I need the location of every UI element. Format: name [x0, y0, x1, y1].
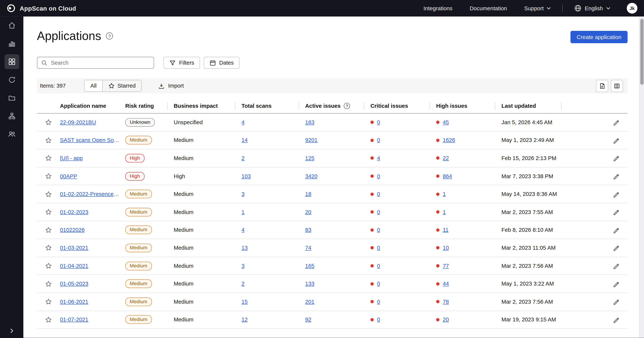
sidebar-item-applications[interactable]: [4, 54, 19, 69]
star-button[interactable]: [44, 208, 52, 216]
active-issues-link[interactable]: 3420: [305, 173, 318, 179]
edit-button[interactable]: [612, 154, 620, 162]
total-scans-link[interactable]: 4: [242, 227, 245, 233]
star-button[interactable]: [44, 118, 52, 126]
export-report-button[interactable]: [596, 80, 608, 92]
edit-button[interactable]: [612, 298, 620, 306]
edit-button[interactable]: [612, 262, 620, 270]
star-button[interactable]: [44, 190, 52, 198]
total-scans-link[interactable]: 13: [242, 245, 248, 251]
dates-button[interactable]: Dates: [204, 57, 239, 69]
star-button[interactable]: [44, 262, 52, 270]
search-input[interactable]: [51, 60, 150, 66]
edit-button[interactable]: [612, 136, 620, 144]
total-scans-link[interactable]: 15: [242, 299, 248, 305]
sidebar-expand-button[interactable]: [0, 328, 24, 334]
active-issues-link[interactable]: 133: [305, 281, 314, 287]
app-name-link[interactable]: 01-02-2023: [60, 209, 88, 215]
star-button[interactable]: [44, 280, 52, 288]
nav-support[interactable]: Support: [524, 5, 550, 11]
active-issues-link[interactable]: 83: [305, 227, 311, 233]
edit-button[interactable]: [612, 190, 620, 198]
critical-issues-link[interactable]: 0: [377, 209, 380, 215]
active-issues-link[interactable]: 92: [305, 316, 311, 323]
high-issues-link[interactable]: 11: [443, 227, 448, 233]
header-total-scans[interactable]: Total scans: [235, 99, 298, 113]
total-scans-link[interactable]: 3: [242, 263, 245, 269]
total-scans-link[interactable]: 2: [242, 281, 245, 287]
edit-button[interactable]: [612, 280, 620, 288]
app-name-link[interactable]: [UI] - app: [60, 155, 83, 161]
critical-issues-link[interactable]: 0: [377, 137, 380, 143]
star-button[interactable]: [44, 136, 52, 144]
header-active-issues[interactable]: Active issues ?: [298, 99, 364, 113]
avatar[interactable]: Jk: [627, 3, 637, 14]
import-button[interactable]: Import: [158, 83, 184, 89]
header-business-impact[interactable]: Business impact: [167, 99, 235, 113]
active-issues-link[interactable]: 201: [305, 299, 314, 305]
high-issues-link[interactable]: 864: [443, 173, 452, 179]
sidebar-item-scans[interactable]: [4, 72, 19, 87]
app-name-link[interactable]: 01-06-2021: [60, 299, 88, 305]
critical-issues-link[interactable]: 0: [377, 227, 380, 233]
star-button[interactable]: [44, 154, 52, 162]
critical-issues-link[interactable]: 0: [377, 245, 380, 251]
total-scans-link[interactable]: 4: [242, 119, 245, 125]
critical-issues-link[interactable]: 0: [377, 316, 380, 323]
high-issues-link[interactable]: 77: [443, 263, 449, 269]
critical-issues-link[interactable]: 0: [377, 263, 380, 269]
vertical-scrollbar[interactable]: [639, 17, 644, 338]
app-name-link[interactable]: 01022026: [60, 227, 84, 233]
active-issues-link[interactable]: 18: [305, 191, 311, 197]
critical-issues-link[interactable]: 0: [377, 191, 380, 197]
high-issues-link[interactable]: 44: [443, 281, 449, 287]
star-button[interactable]: [44, 226, 52, 234]
app-name-link[interactable]: 01-04-2021: [60, 263, 88, 269]
column-settings-button[interactable]: [611, 80, 623, 92]
edit-button[interactable]: [612, 172, 620, 180]
total-scans-link[interactable]: 103: [242, 173, 251, 179]
edit-button[interactable]: [612, 208, 620, 216]
edit-button[interactable]: [612, 315, 620, 324]
total-scans-link[interactable]: 3: [242, 191, 245, 197]
high-issues-link[interactable]: 1626: [443, 137, 455, 143]
star-button[interactable]: [44, 172, 52, 180]
total-scans-link[interactable]: 1: [242, 209, 245, 215]
total-scans-link[interactable]: 2: [242, 155, 245, 161]
high-issues-link[interactable]: 1: [443, 191, 446, 197]
star-button[interactable]: [44, 315, 52, 324]
active-issues-link[interactable]: 163: [305, 119, 314, 125]
edit-button[interactable]: [612, 226, 620, 234]
critical-issues-link[interactable]: 0: [377, 173, 380, 179]
critical-issues-link[interactable]: 0: [377, 119, 380, 125]
header-last-updated[interactable]: Last updated: [495, 99, 561, 113]
nav-documentation[interactable]: Documentation: [470, 5, 507, 11]
high-issues-link[interactable]: 20: [443, 316, 449, 323]
page-help-icon[interactable]: ?: [106, 33, 113, 39]
critical-issues-link[interactable]: 0: [377, 299, 380, 305]
header-risk-rating[interactable]: Risk rating: [125, 99, 167, 113]
star-button[interactable]: [44, 244, 52, 252]
active-issues-link[interactable]: 74: [305, 245, 311, 251]
app-name-link[interactable]: 22-09-2021BU: [60, 119, 96, 125]
app-name-link[interactable]: 01-03-2021: [60, 245, 88, 251]
sidebar-item-projects[interactable]: [4, 91, 19, 105]
app-name-link[interactable]: SAST scans Open Source: [60, 137, 122, 143]
edit-button[interactable]: [612, 244, 620, 252]
sidebar-item-components[interactable]: [4, 109, 19, 123]
sidebar-item-dashboards[interactable]: [4, 36, 19, 51]
high-issues-link[interactable]: 22: [443, 155, 449, 161]
header-critical-issues[interactable]: Critical issues: [364, 99, 430, 113]
filters-button[interactable]: Filters: [164, 57, 200, 69]
create-application-button[interactable]: Create application: [570, 31, 628, 43]
header-high-issues[interactable]: High issues: [430, 99, 495, 113]
edit-button[interactable]: [612, 118, 620, 126]
high-issues-link[interactable]: 1: [443, 209, 446, 215]
app-name-link[interactable]: 01-07-2021: [60, 316, 88, 323]
filter-all-button[interactable]: All: [84, 80, 102, 91]
app-name-link[interactable]: 01-05-2023: [60, 281, 88, 287]
high-issues-link[interactable]: 10: [443, 245, 449, 251]
app-name-link[interactable]: 01-02-2022-PresenceV2 t: [60, 191, 122, 197]
active-issues-link[interactable]: 9201: [305, 137, 318, 143]
active-issues-link[interactable]: 125: [305, 155, 314, 161]
